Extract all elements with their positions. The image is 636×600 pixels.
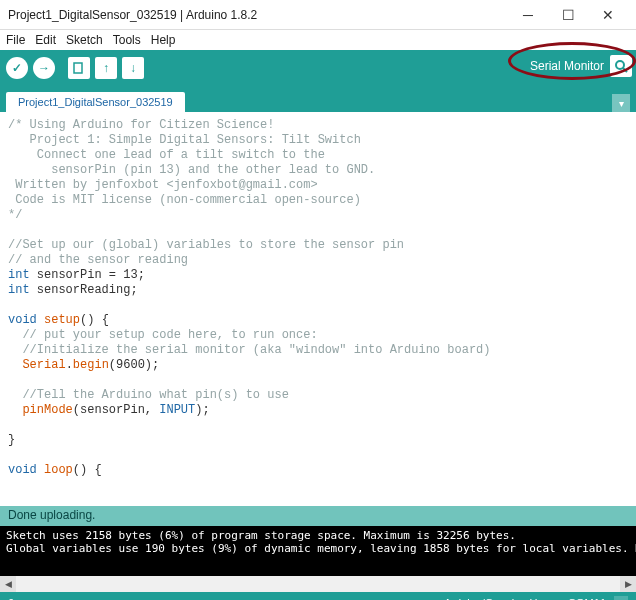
menu-file[interactable]: File bbox=[6, 33, 25, 47]
menu-edit[interactable]: Edit bbox=[35, 33, 56, 47]
code-line: //Set up our (global) variables to store… bbox=[8, 238, 404, 252]
save-button[interactable]: ↓ bbox=[122, 57, 144, 79]
status-text: Done uploading. bbox=[8, 508, 95, 522]
svg-rect-0 bbox=[74, 63, 82, 73]
code-fn: begin bbox=[73, 358, 109, 372]
code-line: /* Using Arduino for Citizen Science! bbox=[8, 118, 274, 132]
serial-monitor-label: Serial Monitor bbox=[530, 59, 604, 73]
menu-sketch[interactable]: Sketch bbox=[66, 33, 103, 47]
code-kw: int bbox=[8, 283, 30, 297]
code-line: */ bbox=[8, 208, 22, 222]
tab-sketch[interactable]: Project1_DigitalSensor_032519 bbox=[6, 92, 185, 112]
open-button[interactable]: ↑ bbox=[95, 57, 117, 79]
code-text: (9600); bbox=[109, 358, 159, 372]
code-line: Written by jenfoxbot <jenfoxbot@gmail.co… bbox=[8, 178, 318, 192]
toolbar: ✓ → ↑ ↓ Serial Monitor bbox=[0, 50, 636, 86]
code-line: Code is MIT license (non-commercial open… bbox=[8, 193, 361, 207]
new-button[interactable] bbox=[68, 57, 90, 79]
menu-bar: File Edit Sketch Tools Help bbox=[0, 30, 636, 50]
upload-button[interactable]: → bbox=[33, 57, 55, 79]
console-output: Sketch uses 2158 bytes (6%) of program s… bbox=[0, 526, 636, 576]
code-text: (sensorPin, bbox=[73, 403, 159, 417]
code-line: Project 1: Simple Digital Sensors: Tilt … bbox=[8, 133, 361, 147]
scroll-right-button[interactable]: ▶ bbox=[620, 576, 636, 592]
svg-line-2 bbox=[623, 68, 627, 72]
code-fn: setup bbox=[44, 313, 80, 327]
console-line: Sketch uses 2158 bytes (6%) of program s… bbox=[6, 529, 516, 542]
horizontal-scrollbar[interactable]: ◀ ▶ bbox=[0, 576, 636, 592]
code-text: sensorReading; bbox=[30, 283, 138, 297]
status-bar: Done uploading. bbox=[0, 506, 636, 526]
maximize-button[interactable]: ☐ bbox=[548, 1, 588, 29]
code-line: //Tell the Arduino what pin(s) to use bbox=[8, 388, 289, 402]
code-line: Connect one lead of a tilt switch to the bbox=[8, 148, 325, 162]
footer-bar: 6 Arduino/Genuino Uno on COM11 bbox=[0, 592, 636, 600]
code-line: // put your setup code here, to run once… bbox=[8, 328, 318, 342]
code-obj: Serial bbox=[22, 358, 65, 372]
code-text: sensorPin = 13; bbox=[30, 268, 145, 282]
minimize-button[interactable]: ─ bbox=[508, 1, 548, 29]
tab-bar: Project1_DigitalSensor_032519 ▾ bbox=[0, 86, 636, 112]
code-kw: INPUT bbox=[159, 403, 195, 417]
code-text: . bbox=[66, 358, 73, 372]
console-line: Global variables use 190 bytes (9%) of d… bbox=[6, 542, 636, 555]
code-line: //Initialize the serial monitor (aka "wi… bbox=[8, 343, 490, 357]
code-kw: int bbox=[8, 268, 30, 282]
code-fn: loop bbox=[44, 463, 73, 477]
title-bar: Project1_DigitalSensor_032519 | Arduino … bbox=[0, 0, 636, 30]
code-line: // and the sensor reading bbox=[8, 253, 188, 267]
footer-menu-icon[interactable] bbox=[614, 596, 628, 600]
code-text: ); bbox=[195, 403, 209, 417]
code-text: () { bbox=[80, 313, 109, 327]
code-text: } bbox=[8, 433, 15, 447]
code-editor[interactable]: /* Using Arduino for Citizen Science! Pr… bbox=[0, 112, 636, 506]
code-kw: void bbox=[8, 313, 37, 327]
code-fn: pinMode bbox=[22, 403, 72, 417]
menu-help[interactable]: Help bbox=[151, 33, 176, 47]
serial-monitor-button[interactable] bbox=[610, 55, 632, 77]
window-title: Project1_DigitalSensor_032519 | Arduino … bbox=[8, 8, 508, 22]
code-kw: void bbox=[8, 463, 37, 477]
close-button[interactable]: ✕ bbox=[588, 1, 628, 29]
code-line: sensorPin (pin 13) and the other lead to… bbox=[8, 163, 375, 177]
code-text: () { bbox=[73, 463, 102, 477]
svg-point-1 bbox=[616, 61, 624, 69]
verify-button[interactable]: ✓ bbox=[6, 57, 28, 79]
menu-tools[interactable]: Tools bbox=[113, 33, 141, 47]
tab-menu-button[interactable]: ▾ bbox=[612, 94, 630, 112]
scroll-left-button[interactable]: ◀ bbox=[0, 576, 16, 592]
